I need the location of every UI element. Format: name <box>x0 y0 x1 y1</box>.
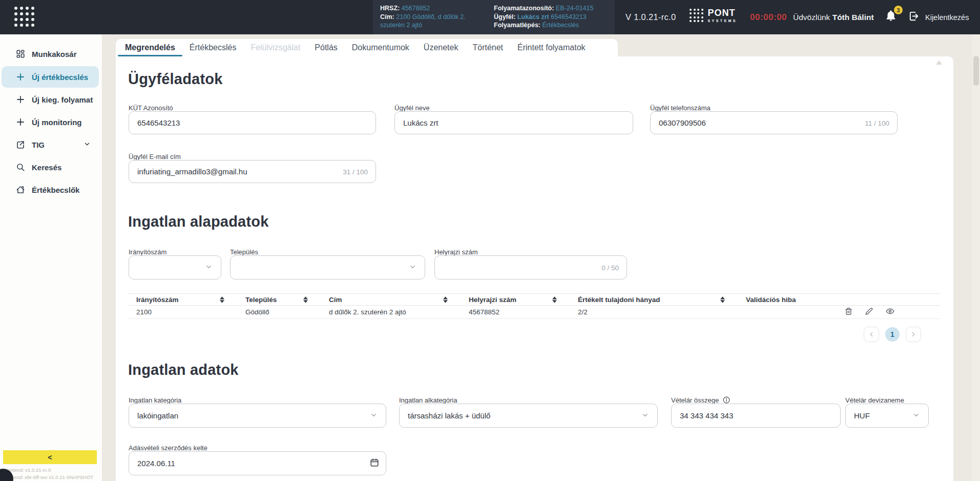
sidebar-item-ertekbecslok[interactable]: Értékbecslők <box>2 179 99 201</box>
notification-badge: 3 <box>894 6 903 14</box>
ingatlan-kategoria-select[interactable]: lakóingatlan <box>129 404 386 428</box>
tab-bar: Megrendelés Értékbecslés Felülvizsgálat … <box>116 39 618 56</box>
session-timer: 00:00:00 <box>750 12 787 23</box>
search-icon <box>15 163 25 172</box>
column-ertekelt-hanyad: Értékelt tulajdoni hányad <box>570 296 738 304</box>
kut-azonosito-input[interactable] <box>129 111 376 134</box>
cell-helyrajzi-szam: 45678852 <box>461 308 570 316</box>
sidebar: Munkakosár Új értékbecslés Új kieg. foly… <box>0 34 102 481</box>
kut-azonosito-field[interactable] <box>129 111 376 134</box>
trash-icon <box>845 307 852 317</box>
process-info-panel: HRSZ: 45678852 Cím: 2100 Gödöllő, d dűlö… <box>373 0 615 34</box>
plus-icon <box>15 117 25 127</box>
tab-dokumentumok[interactable]: Dokumentumok <box>345 39 416 56</box>
sort-icon[interactable] <box>552 296 557 303</box>
app-version: V 1.0.21-rc.0 <box>625 12 676 22</box>
chevron-left-icon: < <box>48 453 52 462</box>
ugyfel-email-label: Ügyfél E-mail cím <box>129 153 181 161</box>
sort-icon[interactable] <box>303 296 308 303</box>
pagination-next-button[interactable] <box>906 327 921 342</box>
ugyfel-neve-input[interactable] <box>394 111 633 134</box>
cell-telepules: Gödöllő <box>238 308 321 316</box>
notifications-button[interactable]: 3 <box>884 9 900 25</box>
cell-ertekelt-hanyad: 2/2 <box>570 308 738 316</box>
cell-cim: d dűlők 2. szuterén 2 ajtó <box>321 308 461 316</box>
helyrajzi-szam-input[interactable] <box>434 255 627 279</box>
table-row: 2100 Gödöllő d dűlők 2. szuterén 2 ajtó … <box>129 306 940 319</box>
sidebar-item-munkakosar[interactable]: Munkakosár <box>2 43 99 65</box>
ugyfel-email-input[interactable] <box>129 160 376 183</box>
szerzodes-kelte-input[interactable] <box>129 451 386 475</box>
pagination-current-page[interactable]: 1 <box>885 327 900 342</box>
backend-version: Backend: ebr-bff-svc v1.0.21-SNAPSHOT <box>3 474 93 480</box>
sort-icon[interactable] <box>443 296 448 303</box>
column-iranyitoszam: Irányítószám <box>129 296 238 304</box>
external-window-icon <box>15 140 25 150</box>
telepules-label: Település <box>230 248 258 256</box>
kut-azonosito-label: KÜT Azonosító <box>129 104 173 112</box>
app-logo-dots-icon <box>14 7 34 27</box>
ingatlan-alkategoria-label: Ingatlan alkategória <box>399 396 457 404</box>
chevron-down-icon <box>912 411 920 420</box>
greeting: Üdvözlünk Tóth Bálint <box>793 13 874 22</box>
tab-potlas[interactable]: Pótlás <box>307 39 344 56</box>
tab-megrendeles[interactable]: Megrendelés <box>118 39 182 56</box>
ugyfel-neve-label: Ügyfél neve <box>394 104 430 112</box>
sidebar-item-tig[interactable]: TIG <box>2 134 99 155</box>
ingatlan-alkategoria-select[interactable]: társasházi lakás + üdülő <box>399 404 658 428</box>
vetelar-devizanem-label: Vételár devizaneme <box>845 396 904 404</box>
tab-erintett-folyamatok[interactable]: Érintett folyamatok <box>510 39 593 56</box>
cell-iranyitoszam: 2100 <box>129 308 238 316</box>
logo-subtext: SYSTEMS <box>708 19 737 23</box>
view-row-button[interactable] <box>886 307 894 317</box>
calendar-icon[interactable] <box>370 458 379 469</box>
chevron-down-icon <box>205 263 213 272</box>
client-line: Ügyfél: Lukács zrt 6546543213 <box>494 13 601 22</box>
ugyfel-neve-field[interactable] <box>394 111 633 134</box>
vetelar-osszege-field[interactable] <box>671 404 841 428</box>
chevron-down-icon <box>409 263 416 272</box>
tab-tortenet[interactable]: Történet <box>465 39 510 56</box>
iranyitoszam-select[interactable] <box>129 255 221 279</box>
tab-felulvizsgalat: Felülvizsgálat <box>243 39 307 56</box>
edit-row-button[interactable] <box>865 307 873 317</box>
ugyfel-telefon-label: Ügyfél telefonszáma <box>650 104 711 112</box>
scrollbar-thumb[interactable] <box>973 56 979 86</box>
sidebar-collapse-button[interactable]: < <box>3 450 97 464</box>
ingatlan-kategoria-label: Ingatlan kategória <box>129 396 181 404</box>
vetelar-devizanem-select[interactable]: HUF <box>845 404 929 428</box>
plus-icon <box>15 95 25 105</box>
user-name: Tóth Bálint <box>832 13 874 22</box>
sidebar-item-uj-monitoring[interactable]: Új monitoring <box>2 111 99 133</box>
scroll-up-indicator <box>936 61 942 65</box>
tab-uzenetek[interactable]: Üzenetek <box>416 39 466 56</box>
sidebar-item-uj-ertekbecsles[interactable]: Új értékbecslés <box>2 66 99 88</box>
process-step-line: Folyamatlépés: Értékbecslés <box>494 21 601 30</box>
vetelar-osszege-input[interactable] <box>671 404 841 428</box>
logout-icon <box>908 10 920 24</box>
process-id-line: Folyamatazonosító: EB-24-01415 <box>494 4 601 13</box>
delete-row-button[interactable] <box>845 307 852 317</box>
pencil-icon <box>865 307 873 317</box>
plus-icon <box>15 72 25 82</box>
pagination-prev-button[interactable] <box>864 327 879 342</box>
chevron-down-icon <box>84 141 91 149</box>
telepules-select[interactable] <box>230 255 425 279</box>
column-cim: Cím <box>321 296 461 304</box>
hrsz-line: HRSZ: 45678852 <box>380 4 481 13</box>
sort-icon[interactable] <box>720 296 725 303</box>
sidebar-item-uj-kieg-folyamat[interactable]: Új kieg. folyamat <box>2 89 99 110</box>
ugyfel-email-field[interactable]: 31 / 100 <box>129 160 376 183</box>
grid-icon <box>15 49 25 59</box>
sort-icon[interactable] <box>220 296 224 303</box>
ugyfel-telefon-input[interactable] <box>650 111 898 134</box>
table-pagination: 1 <box>864 327 921 342</box>
tab-ertekbecsles[interactable]: Értékbecslés <box>182 39 244 56</box>
szerzodes-kelte-field[interactable] <box>129 451 386 475</box>
logout-button[interactable]: Kijelentkezés <box>908 10 969 24</box>
column-helyrajzi-szam: Helyrajzi szám <box>461 296 570 304</box>
helyrajzi-szam-field[interactable]: 0 / 50 <box>434 255 627 279</box>
ugyfel-telefon-field[interactable]: 11 / 100 <box>650 111 898 134</box>
sidebar-item-kereses[interactable]: Keresés <box>2 156 99 178</box>
column-validacios-hiba: Validációs hiba <box>738 296 841 304</box>
